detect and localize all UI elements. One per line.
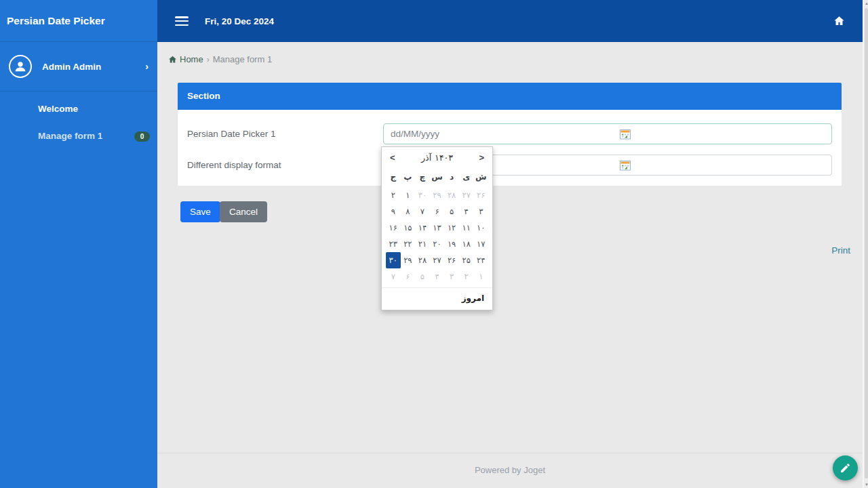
calendar-day[interactable]: ۲۶	[473, 187, 488, 203]
topbar: Fri, 20 Dec 2024	[157, 0, 863, 42]
calendar-weekday: د	[444, 169, 459, 184]
edit-fab-button[interactable]	[833, 455, 858, 481]
calendar-day[interactable]: ۱	[401, 187, 416, 203]
home-icon	[168, 55, 177, 64]
calendar-month: آذر	[421, 152, 431, 163]
calendar-day[interactable]: ۲۲	[401, 236, 416, 252]
user-name: Admin Admin	[42, 62, 101, 72]
form-section-card: Section Persian Date Picker 1 Different …	[178, 83, 842, 186]
home-button[interactable]	[833, 15, 845, 29]
calendar-day[interactable]: ۲۰	[430, 236, 445, 252]
breadcrumb-home-link[interactable]: Home	[168, 54, 203, 64]
app-title: Persian Date Picker	[0, 0, 157, 42]
cancel-button[interactable]: Cancel	[220, 201, 267, 222]
calendar-day[interactable]: ۷	[386, 268, 401, 285]
vertical-scrollbar[interactable]: ▲ ▼	[863, 0, 868, 488]
calendar-weekday: پ	[401, 169, 416, 184]
calendar-day[interactable]: ۲۸	[444, 187, 459, 203]
calendar-day-selected[interactable]: ۳۰	[386, 252, 401, 268]
sidebar-item-label: Welcome	[38, 104, 78, 114]
calendar-day[interactable]: ۲۱	[415, 236, 430, 252]
section-header: Section	[178, 83, 842, 110]
calendar-day[interactable]: ۲۹	[430, 187, 445, 203]
calendar-day[interactable]: ۲	[386, 187, 401, 203]
calendar-day[interactable]: ۵	[415, 268, 430, 285]
calendar-day[interactable]: ۴	[459, 203, 474, 220]
calendar-day[interactable]: ۶	[430, 203, 445, 220]
calendar-today-button[interactable]: امروز	[462, 293, 484, 303]
calendar-day[interactable]: ۲۹	[401, 252, 416, 268]
topbar-date: Fri, 20 Dec 2024	[205, 16, 274, 26]
persian-datepicker-popup: < آذر ۱۴۰۳ > شیدسچپج ۲۶۲۷۲۸۲۹۳۰۱۲۳۴۵۶۷۸۹…	[381, 146, 493, 310]
page-footer: Powered by Joget	[157, 453, 863, 488]
calendar-day[interactable]: ۱۳	[430, 220, 445, 236]
count-badge: 0	[134, 131, 150, 142]
calendar-month-year: آذر ۱۴۰۳	[421, 152, 453, 163]
pencil-icon	[840, 462, 851, 474]
print-link[interactable]: Print	[831, 245, 850, 256]
calendar-day[interactable]: ۱۶	[386, 220, 401, 236]
calendar-weekday-row: شیدسچپج	[382, 165, 492, 186]
calendar-day[interactable]: ۲	[459, 268, 474, 285]
sidebar-menu: Welcome Manage form 1 0	[0, 92, 157, 150]
calendar-footer: امروز	[382, 287, 492, 310]
calendar-weekday: چ	[415, 169, 430, 184]
save-button[interactable]: Save	[180, 201, 220, 222]
calendar-day[interactable]: ۲۷	[459, 187, 474, 203]
calendar-day[interactable]: ۱۴	[415, 220, 430, 236]
calendar-weekday: ج	[386, 169, 401, 184]
sidebar-item-welcome[interactable]: Welcome	[0, 96, 157, 123]
calendar-day[interactable]: ۲۵	[459, 252, 474, 268]
breadcrumb: Home › Manage form 1	[168, 54, 272, 64]
calendar-day[interactable]: ۱۷	[473, 236, 488, 252]
calendar-day[interactable]: ۳۰	[415, 187, 430, 203]
calendar-day[interactable]: ۲۷	[430, 252, 445, 268]
calendar-day[interactable]: ۲۸	[415, 252, 430, 268]
calendar-day[interactable]: ۳	[444, 268, 459, 285]
calendar-day[interactable]: ۲۳	[386, 236, 401, 252]
calendar-day[interactable]: ۶	[401, 268, 416, 285]
calendar-weekday: ی	[459, 169, 474, 184]
calendar-day[interactable]: ۱۵	[401, 220, 416, 236]
powered-by-text: Powered by Joget	[157, 453, 863, 487]
breadcrumb-current: Manage form 1	[213, 54, 272, 64]
user-avatar-icon	[9, 55, 32, 78]
main-content: Home › Manage form 1 Section Persian Dat…	[157, 42, 863, 453]
field-label-persian-date-picker-1: Persian Date Picker 1	[187, 129, 276, 139]
calendar-icon[interactable]	[620, 160, 631, 171]
calendar-day[interactable]: ۱۰	[473, 220, 488, 236]
calendar-weekday: ش	[473, 169, 488, 184]
scrollbar-thumb[interactable]	[865, 8, 868, 479]
calendar-next-arrow[interactable]: >	[479, 153, 484, 163]
calendar-day[interactable]: ۵	[444, 203, 459, 220]
calendar-day[interactable]: ۱۹	[444, 236, 459, 252]
calendar-day[interactable]: ۸	[401, 203, 416, 220]
calendar-year: ۱۴۰۳	[435, 152, 453, 163]
calendar-icon[interactable]	[620, 129, 631, 140]
field-label-different-display-format: Different display format	[187, 160, 281, 170]
scrollbar-down-arrow[interactable]: ▼	[864, 483, 868, 487]
calendar-day[interactable]: ۷	[415, 203, 430, 220]
sidebar-item-manage-form-1[interactable]: Manage form 1 0	[0, 123, 157, 150]
calendar-day[interactable]: ۱۱	[459, 220, 474, 236]
calendar-day[interactable]: ۴	[430, 268, 445, 285]
hamburger-menu-icon[interactable]	[175, 16, 189, 26]
chevron-right-icon: ›	[145, 61, 149, 72]
calendar-day[interactable]: ۹	[386, 203, 401, 220]
calendar-day-grid: ۲۶۲۷۲۸۲۹۳۰۱۲۳۴۵۶۷۸۹۱۰۱۱۱۲۱۳۱۴۱۵۱۶۱۷۱۸۱۹۲…	[382, 186, 492, 287]
calendar-day[interactable]: ۱۲	[444, 220, 459, 236]
calendar-day[interactable]: ۱۸	[459, 236, 474, 252]
sidebar-user-menu[interactable]: Admin Admin ›	[0, 42, 157, 92]
calendar-prev-arrow[interactable]: <	[390, 153, 395, 163]
calendar-day[interactable]: ۲۴	[473, 252, 488, 268]
sidebar-item-label: Manage form 1	[38, 131, 102, 141]
breadcrumb-separator: ›	[207, 55, 210, 64]
calendar-day[interactable]: ۳	[473, 203, 488, 220]
sidebar: Persian Date Picker Admin Admin › Welcom…	[0, 0, 157, 488]
calendar-weekday: س	[430, 169, 445, 184]
calendar-day[interactable]: ۱	[473, 268, 488, 285]
persian-date-picker-input[interactable]	[383, 123, 832, 144]
calendar-day[interactable]: ۲۶	[444, 252, 459, 268]
scrollbar-up-arrow[interactable]: ▲	[864, 1, 868, 5]
